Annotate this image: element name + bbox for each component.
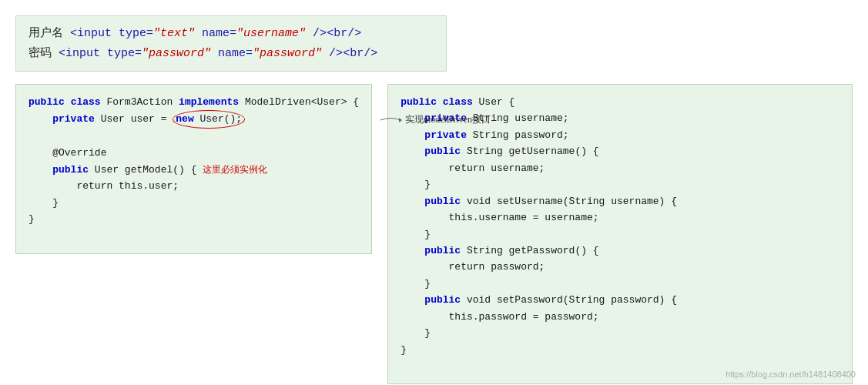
kw-public-r2: public <box>424 146 461 157</box>
label-username: 用户名 <box>28 27 63 40</box>
kw-public-r5: public <box>424 294 461 306</box>
return-username: return username; <box>449 162 545 174</box>
watermark: https://blog.csdn.net/h1481408400 <box>726 370 856 379</box>
close-brace-r5: } <box>400 344 407 356</box>
eq-sign: = <box>155 113 173 125</box>
arrow-icon <box>379 115 402 126</box>
input-tag-open-2: <input <box>59 47 107 60</box>
kw-implements: implements <box>179 96 239 108</box>
modeldriven-text: ModelDriven<User> { <box>239 96 359 108</box>
type-val-1: "text" <box>153 27 195 40</box>
return-password: return password; <box>449 261 545 273</box>
bottom-row: public class Form3Action implements Mode… <box>15 84 853 384</box>
name-val-2: "password" <box>253 47 322 60</box>
user-var: user <box>131 113 155 125</box>
new-user-circled: new User(); <box>173 110 245 128</box>
kw-public-r3: public <box>424 196 461 207</box>
type-attr-1: type= <box>119 27 153 40</box>
html-line-1: 用户名 <input type="text" name="username" /… <box>28 24 434 44</box>
class-user: User { <box>473 96 515 108</box>
right-code-panel: public class User { private String usern… <box>387 84 853 384</box>
kw-class-r: class <box>443 96 473 108</box>
label-password: 密码 <box>28 47 52 60</box>
close-brace-r3: } <box>424 278 431 290</box>
kw-public-r1: public <box>400 96 437 108</box>
close-brace-r4: } <box>424 327 431 339</box>
kw-public-2: public <box>52 164 89 176</box>
user-constructor: User(); <box>200 113 243 125</box>
svg-marker-0 <box>399 118 402 122</box>
left-code-pre: public class Form3Action implements Mode… <box>28 94 359 244</box>
close-1: /> <box>306 27 327 40</box>
name-attr-2: name= <box>218 47 253 60</box>
this-password: this.password = password; <box>449 311 599 323</box>
method-setpassword: void setPassword(String password) { <box>461 294 677 306</box>
type-val-2: "password" <box>142 47 211 60</box>
method-getusername: String getUsername() { <box>461 146 598 157</box>
close-brace-r1: } <box>424 179 431 190</box>
classname-form3action: Form3Action <box>106 96 179 108</box>
html-line-2: 密码 <input type="password" name="password… <box>28 44 434 64</box>
kw-private-r2: private <box>424 129 467 141</box>
override-annotation: @Override <box>52 147 106 159</box>
main-container: 用户名 <input type="text" name="username" /… <box>0 0 868 385</box>
kw-new: new <box>176 113 193 125</box>
annotation-text: 实现modelDriven接口 <box>405 112 491 128</box>
method-getpassword: String getPassword() { <box>461 245 598 256</box>
kw-class-1: class <box>71 96 101 108</box>
left-code-panel: public class Form3Action implements Mode… <box>15 84 372 254</box>
kw-public-1: public <box>28 96 65 108</box>
close-2: /> <box>322 47 343 60</box>
br-2: <br/> <box>343 47 377 60</box>
closing-brace-1: } <box>52 197 59 209</box>
type-attr-2: type= <box>107 47 142 60</box>
space-2 <box>211 47 218 60</box>
method-setusername: void setUsername(String username) { <box>461 196 677 207</box>
field-password: String password; <box>467 129 569 141</box>
space-1 <box>195 27 202 40</box>
this-username: this.username = username; <box>449 212 599 223</box>
br-1: <br/> <box>327 27 361 40</box>
annotation-modeldriven: 实现modelDriven接口 <box>379 112 491 128</box>
return-this-user: return this.user; <box>76 180 179 192</box>
right-code-pre: public class User { private String usern… <box>400 94 840 374</box>
return-type: User getModel() { <box>95 164 203 176</box>
kw-public-r4: public <box>424 245 461 256</box>
name-val-1: "username" <box>236 27 306 40</box>
name-attr-1: name= <box>202 27 236 40</box>
html-code-block: 用户名 <input type="text" name="username" /… <box>15 15 447 72</box>
input-tag-open-1: <input <box>70 27 119 40</box>
close-brace-r2: } <box>424 229 431 240</box>
annotation-must-instance: 这里必须实例化 <box>203 164 267 175</box>
kw-private-1: private <box>52 113 95 125</box>
user-type: User <box>101 113 131 125</box>
closing-brace-2: } <box>28 213 35 225</box>
